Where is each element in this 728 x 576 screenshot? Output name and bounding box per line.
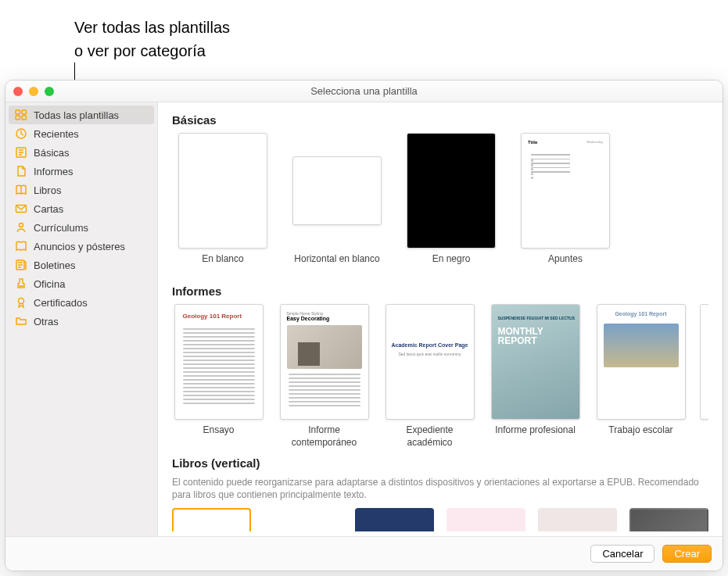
sidebar-item-recent[interactable]: Recientes <box>5 124 157 143</box>
svg-rect-1 <box>22 110 27 114</box>
create-button[interactable]: Crear <box>662 545 712 563</box>
book-icon <box>15 184 27 196</box>
svg-point-9 <box>19 299 24 304</box>
sidebar-item-label: Currículums <box>34 222 88 234</box>
template-thumb <box>700 304 708 420</box>
sidebar-item-label: Otras <box>34 316 59 327</box>
template-book-3[interactable] <box>355 508 434 531</box>
window-title: Selecciona una plantilla <box>5 85 723 97</box>
sidebar-item-flyers[interactable]: Anuncios y pósteres <box>5 237 157 256</box>
grid-icon <box>15 109 27 121</box>
template-notes[interactable]: Title Wednesday Apuntes <box>515 133 616 277</box>
template-thumb <box>292 156 382 225</box>
sidebar-item-label: Todas las plantillas <box>34 109 119 121</box>
sidebar-item-basic[interactable]: Básicas <box>5 143 157 162</box>
template-thumb <box>407 133 496 249</box>
sidebar-item-label: Básicas <box>34 147 70 159</box>
squares-icon <box>15 146 27 159</box>
sidebar-item-label: Cartas <box>34 203 63 215</box>
titlebar: Selecciona una plantilla <box>5 80 723 102</box>
templates-row-informes: Geology 101 Report Ensayo Simple Home St… <box>172 304 708 449</box>
template-thumb: Geology 101 Report <box>174 304 264 420</box>
template-label: Horizontal en blanco <box>294 253 379 277</box>
template-label: Expediente académico <box>383 424 476 449</box>
sidebar-item-label: Libros <box>34 184 61 196</box>
folder-icon <box>15 315 27 327</box>
template-label: En negro <box>432 253 471 277</box>
sidebar-item-label: Boletines <box>34 259 75 271</box>
templates-row-libros <box>172 508 708 531</box>
category-sidebar: Todas las plantillas Recientes Básicas I… <box>5 102 158 536</box>
svg-rect-0 <box>16 110 20 114</box>
template-book-5[interactable] <box>538 508 617 531</box>
sidebar-item-label: Informes <box>34 166 74 177</box>
book-open-icon <box>15 240 27 252</box>
template-book-blank[interactable] <box>172 508 251 531</box>
template-book-2[interactable] <box>264 508 342 531</box>
svg-rect-3 <box>22 116 27 120</box>
envelope-icon <box>15 202 27 215</box>
template-professional-report[interactable]: SUSPENDISSE FEUGIAT MI SED LECTUS MONTHL… <box>489 304 582 449</box>
template-chooser-window: Selecciona una plantilla Todas las plant… <box>5 80 723 571</box>
sidebar-item-certificates[interactable]: Certificados <box>5 293 157 312</box>
template-contemporary-report[interactable]: Simple Home Styling Easy Decorating Info… <box>278 304 371 449</box>
sidebar-item-books[interactable]: Libros <box>5 181 157 199</box>
section-subtitle-libros: El contenido puede reorganizarse para ad… <box>172 476 708 501</box>
newspaper-icon <box>15 259 27 271</box>
sidebar-item-letters[interactable]: Cartas <box>5 199 157 218</box>
sidebar-item-reports[interactable]: Informes <box>5 162 157 181</box>
template-thumb: SUSPENDISSE FEUGIAT MI SED LECTUS MONTHL… <box>491 304 580 420</box>
template-blank[interactable]: En blanco <box>172 133 274 277</box>
sidebar-item-resumes[interactable]: Currículums <box>5 218 157 237</box>
template-thumb: Simple Home Styling Easy Decorating <box>280 304 369 420</box>
clock-icon <box>15 127 27 140</box>
sidebar-item-all-templates[interactable]: Todas las plantillas <box>9 106 154 124</box>
template-academic-report[interactable]: Academic Report Cover Page Sed lacus qui… <box>383 304 476 449</box>
template-overflow[interactable] <box>700 304 708 449</box>
sidebar-item-other[interactable]: Otras <box>5 312 157 331</box>
template-label: Informe contemporáneo <box>278 424 371 449</box>
template-label: Ensayo <box>203 424 234 448</box>
template-label: Apuntes <box>548 253 583 277</box>
sidebar-item-label: Oficina <box>34 278 65 290</box>
stamp-icon <box>15 277 27 290</box>
template-book-4[interactable] <box>446 508 525 531</box>
sidebar-item-newsletters[interactable]: Boletines <box>5 256 157 274</box>
help-annotation: Ver todas las plantillaso ver por catego… <box>74 16 230 63</box>
sidebar-item-label: Certificados <box>34 297 88 309</box>
template-essay[interactable]: Geology 101 Report Ensayo <box>172 304 265 449</box>
sidebar-item-label: Recientes <box>34 128 79 140</box>
template-thumb <box>178 133 267 249</box>
person-icon <box>15 221 27 234</box>
template-school-report[interactable]: Geology 101 Report Trabajo escolar <box>594 304 687 449</box>
template-grid: Básicas En blanco Horizontal en blanco E… <box>158 102 723 536</box>
section-title-basicas: Básicas <box>172 113 708 127</box>
template-blank-landscape[interactable]: Horizontal en blanco <box>286 133 388 277</box>
sidebar-item-label: Anuncios y pósteres <box>34 241 125 252</box>
section-title-informes: Informes <box>172 284 708 298</box>
template-thumb: Title Wednesday <box>521 133 610 249</box>
template-label: En blanco <box>202 253 243 277</box>
document-icon <box>15 165 27 177</box>
template-label: Trabajo escolar <box>608 424 672 448</box>
section-title-libros: Libros (vertical) <box>172 456 708 470</box>
cancel-button[interactable]: Cancelar <box>590 545 654 563</box>
sidebar-item-stationery[interactable]: Oficina <box>5 274 157 293</box>
footer-bar: Cancelar Crear <box>5 536 723 571</box>
svg-point-7 <box>20 224 23 227</box>
template-thumb: Geology 101 Report <box>597 304 686 420</box>
templates-row-basicas: En blanco Horizontal en blanco En negro … <box>172 133 708 277</box>
template-thumb: Academic Report Cover Page Sed lacus qui… <box>386 304 475 420</box>
template-book-6[interactable] <box>629 508 708 531</box>
ribbon-icon <box>15 296 27 309</box>
svg-rect-2 <box>16 116 20 120</box>
template-label: Informe profesional <box>495 424 576 448</box>
template-black[interactable]: En negro <box>400 133 502 277</box>
